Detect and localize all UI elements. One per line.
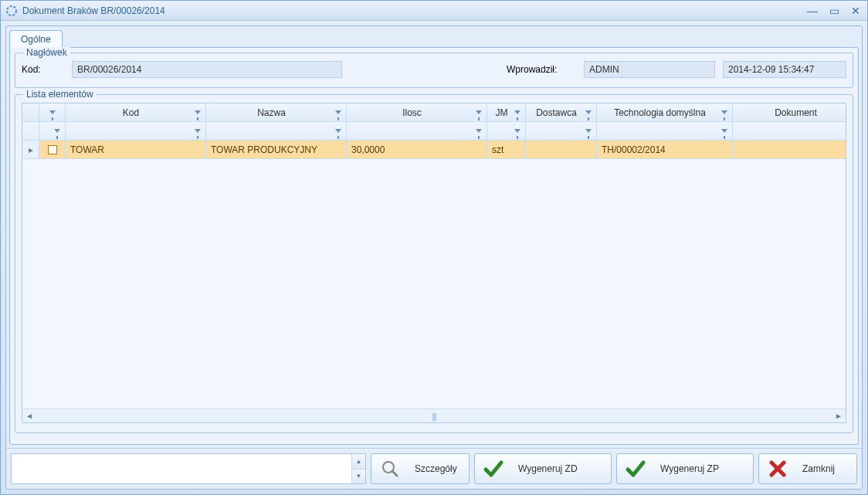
cell-ilosc: 30,0000 (347, 141, 487, 159)
wprowadzil-value: ADMIN (584, 61, 715, 78)
maximize-button[interactable]: ▭ (827, 5, 841, 17)
app-icon (5, 5, 18, 17)
col-technologia[interactable]: Technologia domyślna (597, 103, 733, 122)
footer-combo[interactable]: ▲ ▼ (11, 453, 366, 484)
filter-cell[interactable] (526, 122, 597, 141)
window: Dokument Braków BR/00026/2014 — ▭ ✕ Ogól… (0, 0, 868, 495)
filter-icon (54, 129, 60, 133)
panel: Nagłówek Kod: BR/00026/2014 Wprowadził: … (9, 47, 859, 445)
col-kod[interactable]: Kod (66, 103, 206, 122)
cell-jm: szt (487, 141, 526, 159)
content: Ogólne Nagłówek Kod: BR/00026/2014 Wprow… (5, 25, 863, 490)
header-fieldset: Nagłówek Kod: BR/00026/2014 Wprowadził: … (15, 53, 853, 88)
magnifier-icon (379, 458, 401, 480)
filter-cell[interactable] (206, 122, 347, 141)
close-icon (767, 458, 788, 480)
close-label: Zamknij (802, 463, 835, 474)
filter-cell[interactable] (487, 122, 526, 141)
check-icon (483, 458, 504, 480)
window-title: Dokument Braków BR/00026/2014 (22, 5, 805, 16)
filter-icon[interactable] (476, 110, 482, 114)
generate-zp-button[interactable]: Wygeneruj ZP (616, 453, 754, 484)
row-indicator: ▸ (22, 141, 39, 159)
close-window-button[interactable]: ✕ (849, 5, 863, 17)
wprowadzil-label: Wprowadził: (507, 64, 576, 75)
filter-icon[interactable] (585, 110, 592, 114)
generate-zp-label: Wygeneruj ZP (660, 463, 719, 474)
horizontal-scrollbar[interactable]: ◄ ► (22, 409, 846, 422)
filter-icon[interactable] (514, 110, 520, 114)
date-value: 2014-12-09 15:34:47 (723, 61, 846, 78)
grid: Kod Nazwa Ilosc JM Dostawca Technologia … (22, 103, 846, 423)
footer: ▲ ▼ Szczegóły Wygeneruj ZD W (6, 448, 862, 489)
scroll-thumb[interactable] (432, 411, 436, 422)
col-ilosc[interactable]: Ilosc (347, 103, 487, 122)
tab-general[interactable]: Ogólne (9, 30, 63, 48)
spin-down-button[interactable]: ▼ (352, 469, 365, 484)
filter-icon (195, 129, 201, 133)
col-dostawca[interactable]: Dostawca (526, 103, 597, 122)
filter-cell[interactable] (733, 122, 846, 141)
filter-icon (476, 129, 482, 133)
cell-nazwa: TOWAR PRODUKCYJNY (206, 141, 347, 159)
filter-icon[interactable] (721, 110, 727, 114)
cell-dokument (733, 141, 846, 159)
kod-label: Kod: (22, 64, 64, 75)
cell-technologia: TH/00002/2014 (597, 141, 733, 159)
generate-zd-button[interactable]: Wygeneruj ZD (474, 453, 612, 484)
filter-icon (721, 129, 727, 133)
filter-icon (335, 129, 341, 133)
header-row: Kod: BR/00026/2014 Wprowadził: ADMIN 201… (22, 61, 846, 78)
filter-cell[interactable] (39, 122, 66, 141)
spinner: ▲ ▼ (351, 454, 365, 483)
details-label: Szczegóły (415, 463, 457, 474)
window-buttons: — ▭ ✕ (805, 5, 863, 17)
filter-cell[interactable] (66, 122, 206, 141)
generate-zd-label: Wygeneruj ZD (518, 463, 578, 474)
cell-dostawca (526, 141, 597, 159)
col-nazwa[interactable]: Nazwa (206, 103, 347, 122)
tab-bar: Ogólne (6, 26, 862, 47)
minimize-button[interactable]: — (805, 5, 819, 17)
list-fieldset: Lista elementów Kod Nazwa Ilosc JM Dosta… (15, 94, 853, 433)
kod-value: BR/00026/2014 (72, 61, 342, 78)
header-legend: Nagłówek (23, 47, 70, 58)
check-icon (625, 458, 646, 480)
titlebar: Dokument Braków BR/00026/2014 — ▭ ✕ (1, 1, 867, 21)
col-rowselector (22, 103, 39, 122)
spin-up-button[interactable]: ▲ (352, 454, 365, 469)
filter-cell[interactable] (597, 122, 733, 141)
close-button[interactable]: Zamknij (758, 453, 857, 484)
col-jm[interactable]: JM (487, 103, 526, 122)
svg-line-2 (392, 471, 397, 476)
filter-icon[interactable] (195, 110, 201, 114)
cell-kod: TOWAR (66, 141, 206, 159)
filter-icon (585, 129, 592, 133)
col-dokument[interactable]: Dokument (733, 103, 846, 122)
list-legend: Lista elementów (23, 89, 97, 100)
filter-cell (22, 122, 39, 141)
filter-icon (49, 110, 56, 114)
filter-icon (514, 129, 520, 133)
row-checkbox[interactable] (39, 141, 66, 159)
grid-body: Kod Nazwa Ilosc JM Dostawca Technologia … (22, 103, 846, 409)
col-checkbox[interactable] (39, 103, 66, 122)
filter-icon[interactable] (335, 110, 341, 114)
scroll-left-icon[interactable]: ◄ (25, 412, 33, 420)
svg-point-0 (7, 6, 16, 15)
details-button[interactable]: Szczegóły (371, 453, 470, 484)
scroll-right-icon[interactable]: ► (835, 412, 843, 420)
filter-cell[interactable] (347, 122, 487, 141)
